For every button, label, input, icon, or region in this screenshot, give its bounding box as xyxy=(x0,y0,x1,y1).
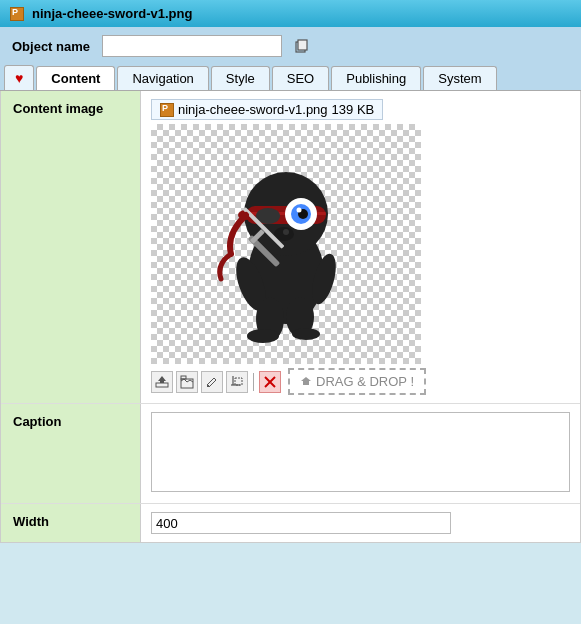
svg-point-21 xyxy=(247,329,279,343)
content-image-content: ninja-cheee-sword-v1.png 139 KB xyxy=(141,91,580,403)
content-image-section: Content image ninja-cheee-sword-v1.png 1… xyxy=(1,91,580,404)
width-input[interactable] xyxy=(151,512,451,534)
content-image-label: Content image xyxy=(1,91,141,403)
width-content xyxy=(141,504,580,542)
caption-section: Caption xyxy=(1,404,580,504)
image-file-icon xyxy=(160,103,174,117)
object-name-input[interactable] xyxy=(102,35,282,57)
svg-point-22 xyxy=(292,328,320,340)
copy-icon[interactable] xyxy=(292,37,310,55)
svg-rect-30 xyxy=(235,378,242,385)
caption-label: Caption xyxy=(1,404,141,503)
window-title: ninja-cheee-sword-v1.png xyxy=(32,6,192,21)
image-toolbar: DRAG & DROP ! xyxy=(151,368,570,395)
svg-marker-24 xyxy=(158,376,166,383)
width-section: Width xyxy=(1,504,580,542)
main-content: Content image ninja-cheee-sword-v1.png 1… xyxy=(0,91,581,543)
tool-upload-btn[interactable] xyxy=(151,371,173,393)
svg-rect-26 xyxy=(181,376,186,379)
image-filename-bar: ninja-cheee-sword-v1.png 139 KB xyxy=(151,99,383,120)
title-bar: ninja-cheee-sword-v1.png xyxy=(0,0,581,27)
tool-edit-btn[interactable] xyxy=(201,371,223,393)
tab-style[interactable]: Style xyxy=(211,66,270,90)
file-icon xyxy=(10,7,24,21)
svg-point-13 xyxy=(283,229,289,235)
caption-textarea[interactable] xyxy=(151,412,570,492)
svg-rect-1 xyxy=(298,40,307,50)
image-preview xyxy=(151,124,421,364)
drag-drop-label: DRAG & DROP ! xyxy=(316,374,414,389)
width-label: Width xyxy=(1,504,141,542)
object-name-label: Object name xyxy=(12,39,92,54)
svg-marker-33 xyxy=(301,377,311,385)
tabs-row: ♥ Content Navigation Style SEO Publishin… xyxy=(0,65,581,91)
tool-separator xyxy=(253,373,254,391)
svg-point-10 xyxy=(297,208,302,213)
drag-drop-area[interactable]: DRAG & DROP ! xyxy=(288,368,426,395)
object-name-row: Object name xyxy=(0,27,581,65)
image-filename: ninja-cheee-sword-v1.png xyxy=(178,102,328,117)
tool-delete-btn[interactable] xyxy=(259,371,281,393)
tab-navigation[interactable]: Navigation xyxy=(117,66,208,90)
tab-system[interactable]: System xyxy=(423,66,496,90)
image-filesize: 139 KB xyxy=(332,102,375,117)
tab-favorites[interactable]: ♥ xyxy=(4,65,34,90)
tool-crop-btn[interactable] xyxy=(226,371,248,393)
caption-content xyxy=(141,404,580,503)
tool-browse-btn[interactable] xyxy=(176,371,198,393)
drag-drop-icon xyxy=(300,376,312,388)
tab-seo[interactable]: SEO xyxy=(272,66,329,90)
svg-rect-23 xyxy=(156,383,168,387)
ninja-image-svg xyxy=(196,134,376,354)
tab-publishing[interactable]: Publishing xyxy=(331,66,421,90)
tab-content[interactable]: Content xyxy=(36,66,115,90)
